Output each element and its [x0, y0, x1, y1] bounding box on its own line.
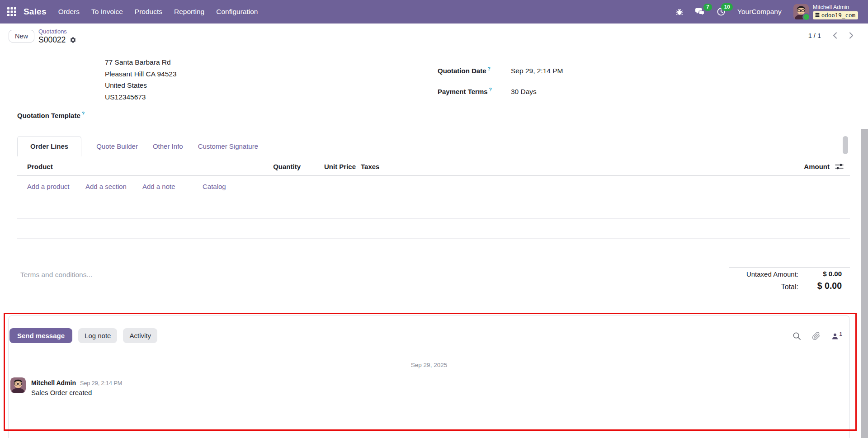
new-button[interactable]: New	[9, 30, 34, 42]
messages-count-badge: 7	[703, 4, 712, 11]
app-name-sales[interactable]: Sales	[24, 7, 47, 17]
total-value: $ 0.00	[817, 281, 842, 291]
column-header-quantity: Quantity	[253, 163, 301, 170]
search-messages-icon[interactable]	[793, 332, 801, 340]
log-note-button[interactable]: Log note	[78, 328, 117, 343]
menu-configuration[interactable]: Configuration	[216, 8, 258, 16]
totals-divider	[729, 267, 850, 268]
add-a-product-link[interactable]: Add a product	[27, 183, 69, 190]
activity-button[interactable]: Activity	[123, 328, 157, 343]
user-info: Mitchell Admin odoo19_com	[813, 5, 858, 20]
column-header-taxes: Taxes	[361, 163, 379, 170]
database-name: odoo19_com	[821, 12, 855, 19]
message-body: Sales Order created	[31, 389, 92, 396]
total-label: Total:	[781, 283, 798, 291]
untaxed-amount-value: $ 0.00	[823, 270, 842, 278]
date-divider: Sep 29, 2025	[18, 362, 840, 368]
divider-line	[459, 365, 840, 365]
catalog-link[interactable]: Catalog	[203, 183, 226, 190]
table-header-divider	[17, 175, 850, 176]
breadcrumb-quotations-link[interactable]: Quotations	[38, 28, 76, 34]
activities-count-badge: 10	[721, 3, 733, 11]
pager-previous-icon[interactable]	[832, 32, 838, 39]
online-status-dot	[802, 13, 810, 21]
debug-bug-icon[interactable]	[675, 8, 684, 16]
activities-clock-icon[interactable]: 10	[717, 7, 726, 16]
tab-other-info[interactable]: Other Info	[153, 137, 183, 156]
quotation-template-label: Quotation Template?	[17, 111, 85, 119]
apps-grid-icon[interactable]	[7, 7, 17, 17]
quotation-date-label: Quotation Date?	[438, 66, 491, 75]
divider-line	[18, 365, 399, 365]
help-icon: ?	[488, 66, 491, 71]
message-author-avatar	[10, 377, 26, 393]
avatar-image	[10, 377, 26, 393]
address-line-city: Pleasant Hill CA 94523	[105, 68, 177, 80]
message-timestamp: Sep 29, 2:14 PM	[80, 380, 122, 386]
pager-count: 1 / 1	[808, 32, 821, 39]
page-scrollbar[interactable]	[861, 129, 868, 438]
column-header-amount: Amount	[804, 163, 830, 170]
column-header-unit-price: Unit Price	[312, 163, 356, 170]
table-row-divider	[17, 218, 850, 219]
top-navbar: Sales Orders To Invoice Products Reporti…	[0, 0, 868, 24]
user-menu[interactable]: Mitchell Admin odoo19_com	[793, 4, 858, 20]
send-message-button[interactable]: Send message	[9, 328, 72, 343]
add-a-section-link[interactable]: Add a section	[85, 183, 127, 190]
database-badge: odoo19_com	[813, 11, 858, 19]
message-author: Mitchell Admin	[31, 379, 76, 386]
navbar-right: 7 10 YourCompany	[675, 4, 868, 20]
untaxed-amount-label: Untaxed Amount:	[746, 270, 798, 278]
menu-products[interactable]: Products	[135, 8, 162, 16]
gear-icon-svg	[70, 37, 76, 43]
notebook-scrollbar-thumb[interactable]	[843, 136, 848, 154]
database-icon	[815, 13, 820, 18]
payment-terms-value[interactable]: 30 Days	[511, 88, 537, 96]
followers-count: 1	[840, 331, 842, 337]
help-icon: ?	[82, 111, 85, 116]
payment-terms-label: Payment Terms?	[438, 87, 492, 95]
pager: 1 / 1	[808, 32, 854, 39]
add-a-note-link[interactable]: Add a note	[142, 183, 175, 190]
apps-grid-icon-svg	[7, 7, 17, 17]
breadcrumb: Quotations S00022	[38, 28, 76, 44]
menu-orders[interactable]: Orders	[58, 8, 80, 16]
help-icon: ?	[489, 87, 492, 92]
menu-reporting[interactable]: Reporting	[174, 8, 204, 16]
column-header-product: Product	[27, 163, 53, 170]
gear-icon[interactable]	[70, 37, 76, 43]
odoo-sales-quotation-screen: Sales Orders To Invoice Products Reporti…	[0, 0, 868, 438]
menu-to-invoice[interactable]: To Invoice	[91, 8, 123, 16]
pager-next-icon[interactable]	[849, 32, 854, 39]
company-switcher[interactable]: YourCompany	[737, 8, 782, 16]
message-header: Mitchell Admin Sep 29, 2:14 PM	[31, 379, 122, 386]
user-name: Mitchell Admin	[813, 5, 849, 11]
terms-and-conditions-placeholder[interactable]: Terms and conditions...	[20, 271, 92, 279]
navbar-left: Sales Orders To Invoice Products Reporti…	[0, 7, 258, 17]
divider-date: Sep 29, 2025	[411, 362, 447, 368]
address-line-street: 77 Santa Barbara Rd	[105, 57, 177, 68]
optional-columns-icon[interactable]	[835, 163, 844, 170]
messages-icon[interactable]: 7	[695, 8, 705, 16]
tab-customer-signature[interactable]: Customer Signature	[198, 137, 258, 156]
chatter-tools: 1	[793, 332, 842, 340]
attach-files-icon[interactable]	[812, 332, 821, 340]
address-line-vat: US12345673	[105, 91, 177, 103]
customer-address-field[interactable]: 77 Santa Barbara Rd Pleasant Hill CA 945…	[105, 57, 177, 103]
quotation-date-value[interactable]: Sep 29, 2:14 PM	[511, 67, 563, 75]
table-row-divider	[17, 238, 850, 239]
tab-quote-builder[interactable]: Quote Builder	[96, 137, 138, 156]
address-line-country: United States	[105, 80, 177, 91]
tab-order-lines[interactable]: Order Lines	[17, 136, 81, 156]
record-name: S00022	[38, 36, 66, 44]
followers-icon[interactable]: 1	[831, 333, 842, 340]
chatter-composer-buttons: Send message Log note Activity	[9, 328, 157, 343]
notebook-tabs: Order Lines Quote Builder Other Info Cus…	[17, 134, 258, 156]
chatter-panel: Send message Log note Activity	[8, 315, 850, 438]
bug-icon-svg	[675, 8, 684, 16]
user-avatar	[793, 4, 809, 19]
